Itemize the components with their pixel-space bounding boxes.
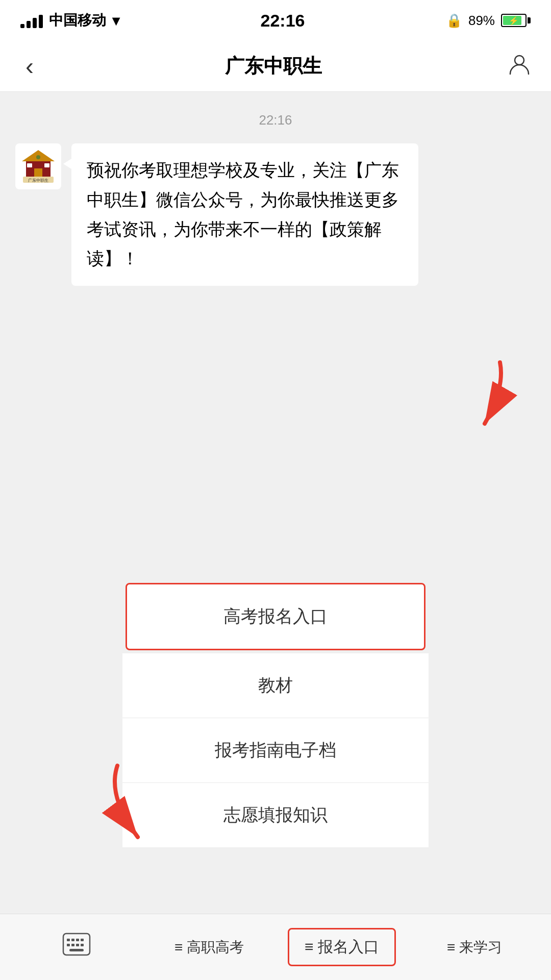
svg-point-0 [515, 56, 524, 65]
svg-text:广东中职生: 广东中职生 [28, 178, 48, 183]
toolbar-xuexi-label: ≡ 来学习 [447, 938, 502, 957]
menu-item-1[interactable]: 教材 [122, 653, 429, 718]
svg-rect-19 [76, 944, 79, 946]
back-button[interactable]: ‹ [20, 47, 39, 85]
svg-rect-4 [34, 168, 42, 177]
status-time: 22:16 [260, 11, 305, 31]
status-bar: 中国移动 ▾ 22:16 🔒 89% ⚡ [0, 0, 551, 41]
svg-rect-18 [71, 944, 74, 946]
arrow-menu [418, 357, 520, 449]
carrier-label: 中国移动 [49, 11, 106, 30]
profile-button[interactable] [508, 53, 531, 80]
battery-percent: 89% [468, 13, 495, 29]
message-bubble: 预祝你考取理想学校及专业，关注【广东中职生】微信公众号，为你最快推送更多考试资讯… [71, 143, 418, 286]
svg-rect-13 [67, 939, 70, 941]
keyboard-icon [62, 933, 91, 962]
message-row: 广东中职生 预祝你考取理想学校及专业，关注【广东中职生】微信公众号，为你最快推送… [0, 143, 551, 286]
message-text: 预祝你考取理想学校及专业，关注【广东中职生】微信公众号，为你最快推送更多考试资讯… [87, 160, 399, 268]
arrow-toolbar [77, 755, 204, 857]
status-right: 🔒 89% ⚡ [446, 13, 531, 29]
svg-rect-14 [71, 939, 74, 941]
bottom-toolbar: ≡ 高职高考 ≡ 报名入口 ≡ 来学习 [0, 914, 551, 980]
signal-icon [20, 13, 43, 28]
svg-rect-20 [81, 944, 84, 946]
toolbar-xuexi[interactable]: ≡ 来学习 [408, 938, 541, 957]
menu-item-0[interactable]: 高考报名入口 [126, 583, 425, 650]
nav-title: 广东中职生 [225, 53, 322, 79]
status-left: 中国移动 ▾ [20, 11, 119, 30]
svg-rect-6 [44, 163, 49, 167]
svg-point-7 [36, 155, 40, 159]
svg-rect-16 [81, 939, 84, 941]
nav-bar: ‹ 广东中职生 [0, 41, 551, 92]
avatar: 广东中职生 [15, 143, 61, 189]
toolbar-baoming-label: ≡ 报名入口 [288, 928, 396, 966]
svg-rect-17 [67, 944, 70, 946]
toolbar-gaozhi-label: ≡ 高职高考 [174, 938, 244, 957]
keyboard-button[interactable] [10, 933, 143, 962]
svg-rect-21 [69, 949, 84, 951]
svg-rect-15 [76, 939, 79, 941]
lock-icon: 🔒 [446, 13, 462, 29]
svg-rect-5 [27, 163, 32, 167]
message-timestamp: 22:16 [0, 112, 551, 128]
battery-icon: ⚡ [501, 14, 531, 27]
wifi-icon: ▾ [112, 12, 119, 29]
chat-area: 22:16 广东中职生 预祝 [0, 92, 551, 914]
toolbar-baoming[interactable]: ≡ 报名入口 [276, 928, 408, 966]
toolbar-gaozhi[interactable]: ≡ 高职高考 [143, 938, 276, 957]
